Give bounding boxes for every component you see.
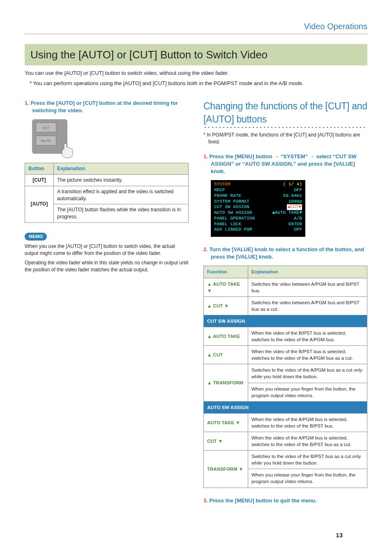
right-step-1: 1. Press the [MENU] button → “SYSTEM” → …	[203, 153, 367, 176]
menu-item: AUX LINKED PGM	[214, 227, 252, 233]
step-number: 3.	[203, 497, 208, 504]
button-explain-table: Button Explanation [CUT] The picture swi…	[25, 163, 189, 223]
subsection-note: In PGM/PST mode, the functions of the [C…	[203, 132, 367, 146]
section-title: Using the [AUTO] or [CUT] Button to Swit…	[25, 44, 367, 65]
func-section: CUT SW ASSIGN	[204, 315, 367, 327]
cut-button-icon: CUT	[36, 123, 56, 132]
func-explain: Switches the video between A/PGM bus and…	[248, 296, 367, 315]
memo-text: When you use the [AUTO] or [CUT] button …	[25, 243, 189, 257]
menu-item: PANEL OPERATION	[214, 216, 255, 222]
func-name: CUT ▼	[204, 432, 248, 451]
step-number: 2.	[203, 246, 208, 252]
table-row-value: The picture switches instantly.	[54, 174, 189, 186]
memo-text: Operating the video fader while in this …	[25, 259, 189, 273]
menu-title: SYSTEM	[214, 182, 231, 187]
func-explain: When the video of the B/PST bus is selec…	[248, 327, 367, 345]
func-name: AUTO TAKE ▼	[204, 413, 248, 432]
table-header: Button	[25, 163, 54, 175]
memo-badge: MEMO	[25, 233, 47, 240]
menu-value: A/B	[294, 216, 302, 222]
table-row-value: A transition effect is applied and the v…	[54, 186, 189, 204]
func-explain: Switches the video between A/PGM bus and…	[248, 278, 367, 296]
menu-item: AUTO SW ASSIGN	[214, 210, 252, 216]
menu-screenshot: SYSTEM( 1/ 4) HDCPOFF FRAME RATE59.94Hz …	[211, 180, 305, 237]
menu-value: OFF	[294, 227, 302, 233]
menu-item: SYSTEM FORMAT	[214, 199, 249, 205]
step-text: Press the [MENU] button → “SYSTEM” → sel…	[209, 153, 356, 174]
step-number: 1.	[25, 100, 29, 106]
func-explain: When you release your finger from the bu…	[248, 383, 367, 401]
func-explain: When you release your finger from the bu…	[248, 469, 367, 488]
subsection-heading: Changing the functions of the [CUT] and …	[203, 99, 367, 126]
func-explain: Switches to the video of the B/PST bus a…	[248, 451, 367, 469]
menu-value: ENTER	[288, 222, 302, 227]
function-table: Function Explanation ▲ AUTO TAKE ▼ Switc…	[203, 266, 367, 488]
menu-value: ▲AUTO TAKE▼	[272, 210, 302, 216]
func-explain: Switches to the video of the A/PGM bus a…	[248, 364, 367, 383]
table-header: Explanation	[248, 266, 367, 278]
page-header: Video Operations	[25, 21, 367, 34]
func-name: TRANSFORM ▼	[204, 451, 248, 488]
table-row-value: The [AUTO] button flashes while the vide…	[54, 204, 189, 223]
menu-value: OFF	[294, 187, 302, 193]
auto-button-icon: AUTO	[36, 136, 56, 146]
left-step-1: 1. Press the [AUTO] or [CUT] button at t…	[25, 99, 189, 114]
menu-item: HDCP	[214, 187, 225, 193]
intro-text: You can use the [AUTO] or [CUT] button t…	[25, 69, 367, 77]
menu-item: PANEL LOCK	[214, 222, 241, 227]
menu-value-highlighted: ▲CUT▼	[287, 204, 302, 210]
menu-value: 59.94Hz	[283, 193, 302, 199]
step-text: Turn the [VALUE] knob to select a functi…	[209, 246, 364, 260]
menu-item: FRAME RATE	[214, 193, 241, 199]
table-header: Function	[204, 266, 248, 278]
func-name: ▲ AUTO TAKE	[204, 327, 248, 345]
button-illustration: CUT AUTO	[32, 119, 67, 154]
func-name: ▲ AUTO TAKE ▼	[204, 278, 248, 296]
dotted-rule	[203, 127, 367, 128]
right-step-2: 2. Turn the [VALUE] knob to select a fun…	[203, 246, 367, 261]
page-number: 13	[336, 531, 343, 539]
func-name: ▲ CUT	[204, 346, 248, 364]
step-text: Press the [AUTO] or [CUT] button at the …	[30, 100, 178, 113]
func-explain: When the video of the A/PGM bus is selec…	[248, 413, 367, 432]
menu-page: ( 1/ 4)	[283, 182, 302, 187]
hand-pointer-icon	[60, 141, 75, 159]
table-row-label: [AUTO]	[25, 186, 54, 222]
step-number: 1.	[203, 153, 208, 160]
step-text: Press the [MENU] button to quit the menu…	[209, 497, 316, 504]
right-step-3: 3. Press the [MENU] button to quit the m…	[203, 497, 367, 504]
func-explain: When the video of the A/PGM bus is selec…	[248, 432, 367, 451]
func-name: ▲ TRANSFORM	[204, 364, 248, 401]
func-section: AUTO SW ASSIGN	[204, 401, 367, 413]
table-header: Explanation	[54, 163, 189, 175]
menu-value: 1080p	[288, 199, 302, 205]
intro-note: You can perform operations using the [AU…	[30, 80, 367, 87]
func-explain: When the video of the B/PST bus is selec…	[248, 346, 367, 364]
table-row-label: [CUT]	[25, 174, 54, 186]
func-name: ▲ CUT ▼	[204, 296, 248, 315]
menu-item: CUT SW ASSIGN	[214, 204, 249, 210]
